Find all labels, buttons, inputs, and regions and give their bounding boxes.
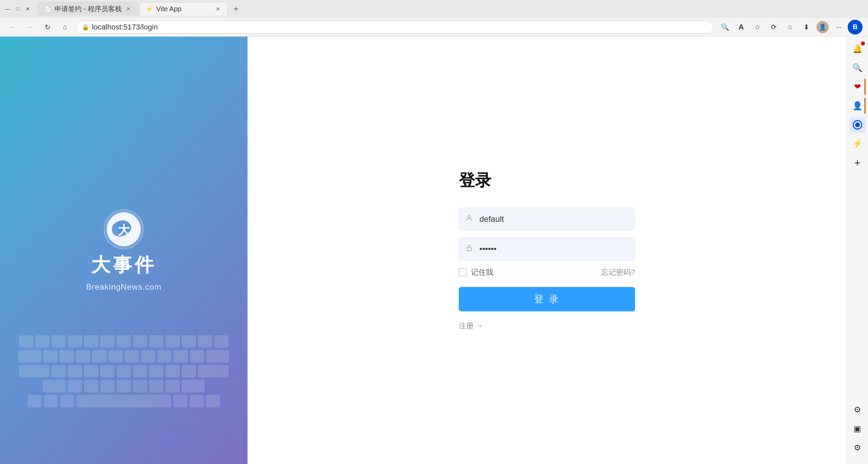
home-button[interactable]: ⌂: [58, 20, 72, 34]
tab-bar: — □ ✕ 📄 申请签约 - 程序员客栈 ✕ ⚡ Vite App ✕ +: [0, 0, 868, 18]
brand-name: 大事件: [91, 252, 156, 278]
register-link[interactable]: 注册 →: [459, 321, 483, 331]
remember-me-text: 记住我: [471, 267, 493, 277]
brand-sub: BreakingNews.com: [86, 282, 162, 292]
lock-icon: 🔒: [82, 23, 89, 31]
notification-badge: [861, 41, 865, 45]
close-button[interactable]: ✕: [23, 4, 33, 14]
sidebar-circle-btn[interactable]: [849, 117, 866, 133]
address-bar: ← → ↻ ⌂ 🔒 localhost:5173/login 🔍 A ☆ ⟳ ☆…: [0, 18, 868, 37]
window-controls: — □ ✕: [3, 4, 33, 14]
brand-name-row: 大事件: [91, 252, 156, 278]
browser-chrome: — □ ✕ 📄 申请签约 - 程序员客栈 ✕ ⚡ Vite App ✕ + ← …: [0, 0, 868, 37]
keyboard-visual: [14, 335, 234, 437]
right-panel: 登录: [248, 37, 846, 464]
username-icon: [466, 214, 473, 224]
browser-sidebar: 🔔 🔍 ❤ 👤 ⚡ + ⚙ ▣ ⚙: [846, 37, 868, 464]
minimize-button[interactable]: —: [3, 4, 12, 14]
svg-rect-4: [467, 248, 472, 251]
tab2-favicon: ⚡: [145, 5, 154, 13]
sidebar-split-btn[interactable]: ▣: [849, 421, 866, 437]
password-group: [459, 237, 635, 260]
browser-content: 大 大事件 BreakingNews.com 登录: [0, 37, 846, 464]
copilot-button[interactable]: B: [848, 20, 863, 35]
tab-2[interactable]: ⚡ Vite App ✕: [140, 2, 228, 16]
person-bar: [864, 98, 866, 114]
tab1-favicon: 📄: [44, 5, 52, 13]
download-button[interactable]: ⬇: [799, 20, 814, 35]
forward-button[interactable]: →: [23, 20, 37, 34]
url-bar[interactable]: 🔒 localhost:5173/login: [76, 21, 713, 34]
password-icon: [466, 244, 473, 254]
tab1-title: 申请签约 - 程序员客栈: [55, 4, 122, 14]
tab2-close[interactable]: ✕: [214, 5, 222, 13]
sidebar-notifications-btn[interactable]: 🔔: [849, 41, 866, 57]
brand-logo-container: 大 大事件 BreakingNews.com: [86, 209, 162, 292]
favorites-button[interactable]: ☆: [750, 20, 765, 35]
more-button[interactable]: ···: [831, 20, 846, 35]
url-text: localhost:5173/login: [92, 23, 708, 32]
read-mode-button[interactable]: A: [734, 20, 749, 35]
back-button[interactable]: ←: [5, 20, 19, 34]
tab2-title: Vite App: [156, 5, 211, 13]
forgot-password-link[interactable]: 忘记密码?: [601, 267, 635, 277]
collections-button[interactable]: ☆: [783, 20, 797, 35]
add-tab-button[interactable]: +: [229, 2, 243, 16]
refresh-button[interactable]: ↻: [41, 20, 54, 34]
sidebar-search-btn[interactable]: 🔍: [849, 60, 866, 76]
remember-me-checkbox[interactable]: [459, 268, 467, 276]
sidebar-bottom: ⚙ ▣ ⚙: [849, 402, 866, 460]
sidebar-settings-btn[interactable]: ⚙: [849, 402, 866, 418]
tab-1[interactable]: 📄 申请签约 - 程序员客栈 ✕: [38, 2, 138, 16]
sidebar-gear-btn[interactable]: ⚙: [849, 440, 866, 456]
login-button[interactable]: 登 录: [459, 287, 635, 311]
favorites-active-bar: [864, 79, 866, 95]
username-input[interactable]: [459, 208, 635, 231]
brand-logo-svg: 大: [103, 209, 144, 250]
search-button[interactable]: 🔍: [717, 20, 732, 35]
tab1-close[interactable]: ✕: [124, 5, 133, 13]
maximize-button[interactable]: □: [13, 4, 22, 14]
username-group: [459, 208, 635, 231]
remember-me-label[interactable]: 记住我: [459, 267, 493, 277]
form-options: 记住我 忘记密码?: [459, 267, 635, 277]
sidebar-favorites-btn[interactable]: ❤: [849, 79, 866, 95]
left-panel: 大 大事件 BreakingNews.com: [0, 37, 248, 464]
browser-refresh-button[interactable]: ⟳: [766, 20, 781, 35]
svg-point-3: [468, 216, 470, 218]
login-form-container: 登录: [459, 156, 635, 345]
toolbar-right: 🔍 A ☆ ⟳ ☆ ⬇ 👤 ··· B: [717, 20, 863, 35]
tab-bar-left: — □ ✕ 📄 申请签约 - 程序员客栈 ✕ ⚡ Vite App ✕ +: [3, 2, 865, 16]
sidebar-flash-btn[interactable]: ⚡: [849, 136, 866, 152]
sidebar-person-btn[interactable]: 👤: [849, 98, 866, 114]
profile-button[interactable]: 👤: [815, 20, 830, 35]
sidebar-plus-btn[interactable]: +: [849, 155, 866, 171]
password-input[interactable]: [459, 237, 635, 260]
svg-text:大: 大: [117, 223, 131, 237]
login-title: 登录: [459, 170, 635, 191]
